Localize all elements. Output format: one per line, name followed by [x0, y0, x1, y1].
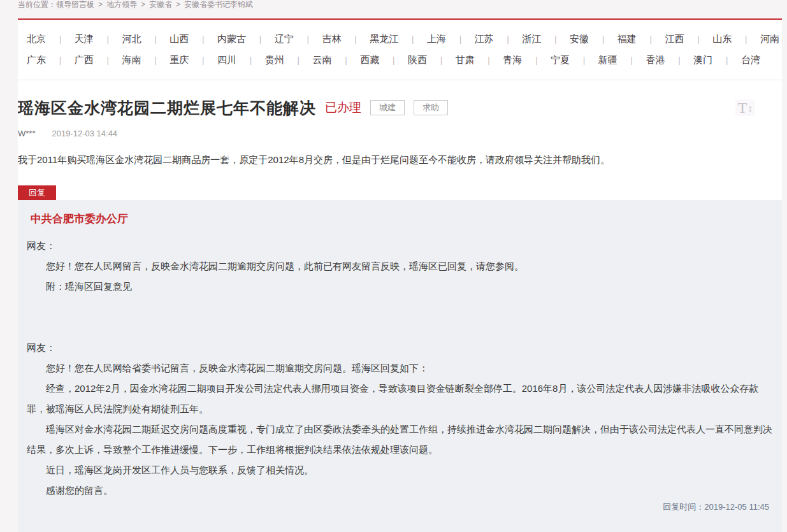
province-link[interactable]: 山西	[170, 33, 189, 45]
province-link[interactable]: 陕西	[408, 54, 427, 66]
province-item: 上海 ｜	[427, 33, 475, 45]
province-link[interactable]: 天津	[75, 33, 94, 45]
province-separator: ｜	[742, 34, 750, 45]
content-card: 北京 ｜ 天津 ｜ 河北 ｜ 山西 ｜	[18, 18, 782, 532]
province-separator: ｜	[199, 34, 207, 45]
province-link[interactable]: 吉林	[322, 33, 341, 45]
province-link[interactable]: 河南	[760, 33, 779, 45]
province-link[interactable]: 台湾	[741, 54, 760, 66]
breadcrumb-link[interactable]: 安徽省	[149, 0, 172, 9]
breadcrumb-item: 地方领导 >	[106, 0, 149, 9]
category-tag[interactable]: 求助	[414, 100, 448, 115]
author-name: W***	[18, 129, 35, 138]
province-link[interactable]: 浙江	[522, 33, 541, 45]
breadcrumb-separator: >	[176, 0, 180, 9]
province-item: 云南 ｜	[312, 54, 360, 66]
breadcrumb-item: 安徽省委书记李锦斌 >	[184, 0, 253, 9]
province-link[interactable]: 河北	[122, 33, 141, 45]
province-item: 四川 ｜	[217, 54, 265, 66]
province-item: 青海 ｜	[503, 54, 551, 66]
breadcrumb-link[interactable]: 领导留言板	[56, 0, 94, 9]
title-row: 瑶海区金水湾花园二期烂展七年不能解决 已办理 城建 求助 T ↕	[18, 97, 782, 119]
breadcrumb-item: 安徽省 >	[149, 0, 184, 9]
province-link[interactable]: 安徽	[570, 33, 589, 45]
province-link[interactable]: 甘肃	[456, 54, 475, 66]
province-separator: ｜	[628, 55, 636, 66]
province-link[interactable]: 澳门	[693, 54, 712, 66]
reply-paragraph: 近日，瑶海区龙岗开发区工作人员与您联系，反馈了相关情况。	[27, 460, 773, 480]
province-link[interactable]: 云南	[312, 54, 331, 66]
breadcrumb: 当前位置： 领导留言板 > 地方领导 > 安徽省 > 安徽	[18, 0, 782, 18]
province-item: 天津 ｜	[75, 33, 122, 45]
province-link[interactable]: 青海	[503, 54, 522, 66]
breadcrumb-link[interactable]: 地方领导	[106, 0, 137, 9]
province-link[interactable]: 福建	[617, 33, 637, 45]
province-link[interactable]: 内蒙古	[217, 33, 246, 45]
reply-paragraph: 您好！您在人民网给省委书记留言，反映金水湾花园二期逾期交房问题。瑶海区回复如下：	[27, 358, 773, 378]
province-nav: 北京 ｜ 天津 ｜ 河北 ｜ 山西 ｜	[18, 20, 782, 80]
province-link[interactable]: 重庆	[170, 54, 189, 66]
province-link[interactable]: 山东	[712, 33, 732, 45]
province-link[interactable]: 新疆	[598, 54, 617, 66]
breadcrumb-separator: >	[98, 0, 103, 9]
province-item: 台湾 ｜	[741, 54, 760, 66]
province-link[interactable]: 黑龙江	[370, 33, 398, 45]
province-link[interactable]: 海南	[122, 54, 141, 66]
reply-paragraph	[27, 317, 773, 338]
province-separator: ｜	[580, 55, 588, 66]
province-link[interactable]: 辽宁	[275, 33, 294, 45]
province-link[interactable]: 四川	[217, 54, 236, 66]
province-link[interactable]: 西藏	[360, 54, 379, 66]
province-separator: ｜	[485, 55, 493, 66]
province-link[interactable]: 上海	[427, 33, 446, 45]
message-body: 我于2011年购买瑶海区金水湾花园二期商品房一套，原定于2012年8月交房，但是…	[18, 152, 782, 168]
font-size-button[interactable]: T ↕	[735, 99, 755, 116]
category-tag[interactable]: 城建	[370, 100, 405, 115]
province-item: 广西 ｜	[75, 54, 122, 66]
province-separator: ｜	[351, 34, 359, 45]
province-separator: ｜	[342, 55, 350, 66]
province-item: 陕西 ｜	[408, 54, 456, 66]
reply-paragraph: 经查，2012年2月，因金水湾花园二期项目开发公司法定代表人挪用项目资金，导致该…	[27, 378, 773, 419]
arrow-updown-icon: ↕	[748, 103, 753, 113]
province-separator: ｜	[504, 34, 512, 45]
breadcrumb-label: 当前位置：	[18, 0, 56, 9]
province-link[interactable]: 江西	[665, 33, 684, 45]
province-item: 福建 ｜	[617, 33, 665, 45]
province-item: 江西 ｜	[665, 33, 713, 45]
province-item: 河南 ｜	[760, 33, 782, 45]
province-link[interactable]: 宁夏	[551, 54, 570, 66]
reply-paragraph	[27, 297, 773, 317]
province-link[interactable]: 贵州	[265, 54, 284, 66]
reply-paragraph: 附：瑶海区回复意见	[27, 277, 773, 297]
province-separator: ｜	[151, 55, 159, 66]
province-link[interactable]: 香港	[646, 54, 665, 66]
breadcrumb-items: 领导留言板 > 地方领导 > 安徽省 > 安徽省委书记李锦斌 >	[56, 0, 253, 9]
reply-paragraph: 感谢您的留言。	[27, 480, 773, 501]
province-nav-row1: 北京 ｜ 天津 ｜ 河北 ｜ 山西 ｜	[27, 29, 782, 50]
province-separator: ｜	[675, 55, 684, 66]
province-separator: ｜	[104, 34, 112, 45]
reply-time-label: 回复时间：	[663, 502, 704, 512]
province-link[interactable]: 广东	[27, 54, 46, 66]
breadcrumb-separator: >	[141, 0, 145, 9]
province-item: 贵州 ｜	[265, 54, 313, 66]
province-link[interactable]: 江苏	[475, 33, 494, 45]
province-item: 新疆 ｜	[598, 54, 646, 66]
province-link[interactable]: 广西	[75, 54, 94, 66]
province-separator: ｜	[294, 55, 303, 66]
reply-box: 中共合肥市委办公厅 网友： 您好！您在人民网留言，反映金水湾花园二期逾期交房问题…	[18, 200, 782, 532]
reply-paragraph: 网友：	[27, 338, 773, 358]
province-item: 江苏 ｜	[475, 33, 523, 45]
province-link[interactable]: 北京	[27, 33, 46, 45]
breadcrumb-link[interactable]: 安徽省委书记李锦斌	[184, 0, 253, 9]
province-separator: ｜	[408, 34, 417, 45]
province-item: 香港 ｜	[646, 54, 694, 66]
province-separator: ｜	[104, 55, 112, 66]
author-row: W*** 2019-12-03 14:44	[18, 129, 782, 138]
province-separator: ｜	[437, 55, 445, 66]
province-item: 吉林 ｜	[322, 33, 370, 45]
reply-paragraph: 您好！您在人民网留言，反映金水湾花园二期逾期交房问题，此前已有网友留言反映，瑶海…	[27, 256, 773, 277]
province-item: 河北 ｜	[122, 33, 170, 45]
reply-paragraph: 网友：	[27, 236, 773, 256]
